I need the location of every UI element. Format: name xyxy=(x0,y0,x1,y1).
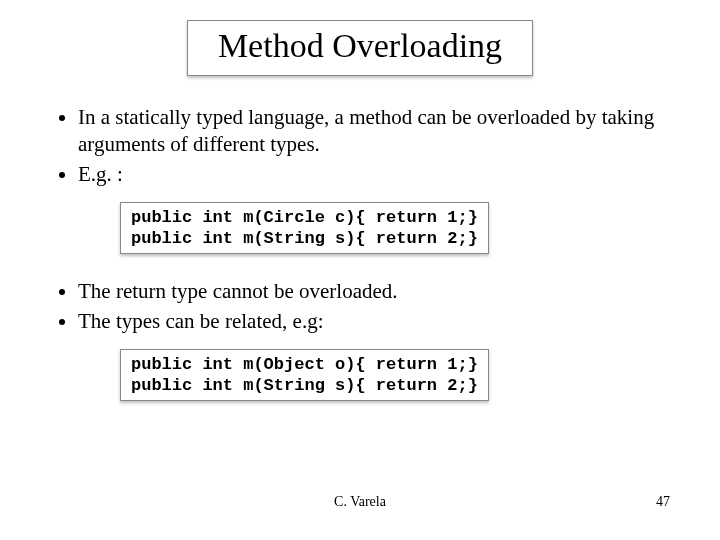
code-block-1: public int m(Circle c){ return 1;} publi… xyxy=(120,202,489,255)
title-box: Method Overloading xyxy=(187,20,533,76)
code-block-2: public int m(Object o){ return 1;} publi… xyxy=(120,349,489,402)
bullet-list-1: In a statically typed language, a method… xyxy=(50,104,670,188)
slide: Method Overloading In a statically typed… xyxy=(0,0,720,540)
footer-page-number: 47 xyxy=(656,494,670,510)
slide-title: Method Overloading xyxy=(218,27,502,65)
footer-author: C. Varela xyxy=(0,494,720,510)
bullet-list-2: The return type cannot be overloaded. Th… xyxy=(50,278,670,335)
bullet-item: The return type cannot be overloaded. xyxy=(78,278,670,305)
bullet-item: The types can be related, e.g: xyxy=(78,308,670,335)
bullet-item: E.g. : xyxy=(78,161,670,188)
bullet-item: In a statically typed language, a method… xyxy=(78,104,670,159)
